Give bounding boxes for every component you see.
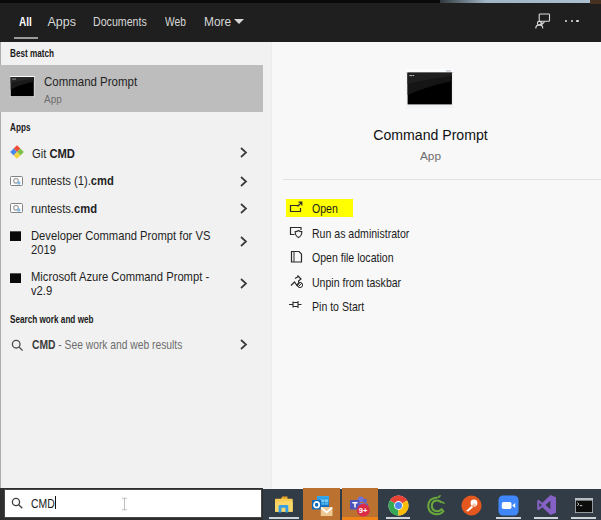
svg-text:9+: 9+ (359, 506, 368, 515)
